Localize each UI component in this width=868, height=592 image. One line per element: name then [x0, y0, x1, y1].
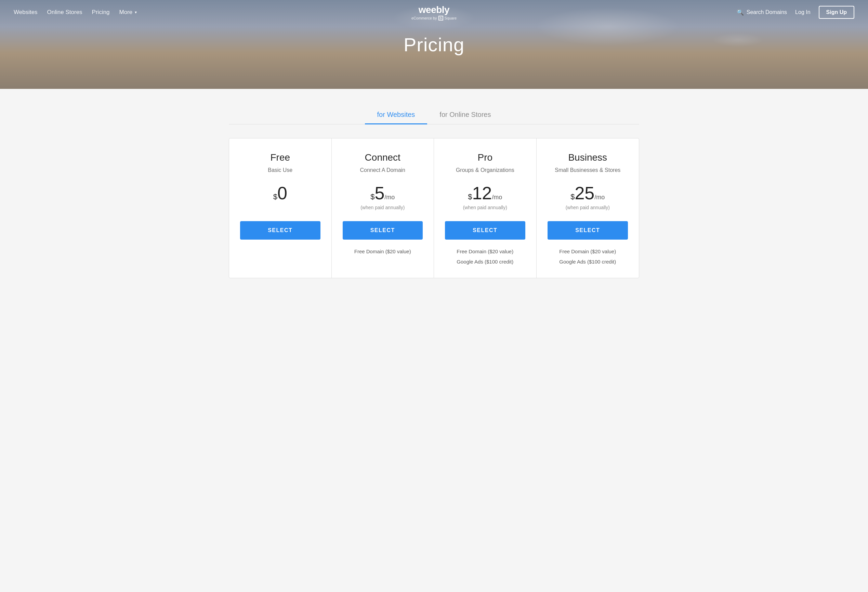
signup-button[interactable]: Sign Up [819, 6, 854, 19]
plan-business-tagline: Small Businesses & Stores [555, 167, 620, 173]
plan-pro-annual: (when paid annually) [463, 205, 507, 210]
plan-business: Business Small Businesses & Stores $ 25 … [537, 138, 639, 278]
nav-link-more[interactable]: More ▾ [120, 9, 137, 16]
plan-business-feature-1: Free Domain ($20 value) [559, 246, 616, 257]
hero-title: Pricing [404, 34, 464, 56]
tab-for-websites[interactable]: for Websites [365, 106, 428, 124]
plan-business-price: $ 25 /mo [570, 184, 605, 202]
plans-grid: Free Basic Use $ 0 SELECT Connect Connec… [229, 138, 639, 278]
plan-connect-feature-1: Free Domain ($20 value) [354, 246, 411, 257]
plan-pro: Pro Groups & Organizations $ 12 /mo (whe… [434, 138, 537, 278]
search-domains-button[interactable]: 🔍 Search Domains [737, 9, 787, 16]
plan-connect-annual: (when paid annually) [360, 205, 404, 210]
plan-connect-price: $ 5 /mo [371, 184, 395, 202]
plan-pro-tagline: Groups & Organizations [456, 167, 514, 173]
plan-pro-feature-2: Google Ads ($100 credit) [456, 257, 513, 267]
search-icon: 🔍 [737, 9, 744, 16]
plan-free-dollar: $ [273, 193, 278, 201]
plan-business-dollar: $ [570, 193, 574, 201]
plan-connect-select[interactable]: SELECT [343, 221, 423, 240]
plan-connect-dollar: $ [371, 193, 375, 201]
square-icon: S [438, 16, 443, 21]
plan-free-price: $ 0 [273, 184, 287, 202]
plan-pro-feature-1: Free Domain ($20 value) [456, 246, 513, 257]
nav-link-online-stores[interactable]: Online Stores [47, 9, 83, 16]
plan-business-name: Business [568, 152, 607, 163]
logo-sub: eCommerce by S Square [412, 16, 456, 21]
plan-business-feature-2: Google Ads ($100 credit) [559, 257, 616, 267]
navigation: Websites Online Stores Pricing More ▾ we… [0, 0, 868, 25]
nav-link-pricing[interactable]: Pricing [92, 9, 110, 16]
tab-for-online-stores[interactable]: for Online Stores [427, 106, 503, 124]
plan-pro-select[interactable]: SELECT [445, 221, 525, 240]
plan-business-select[interactable]: SELECT [548, 221, 628, 240]
plan-free-annual [279, 205, 281, 210]
plan-pro-name: Pro [477, 152, 493, 163]
plan-pro-amount: 12 [472, 184, 492, 202]
plan-free-amount: 0 [278, 184, 287, 202]
plan-pro-price: $ 12 /mo [468, 184, 502, 202]
plan-connect: Connect Connect A Domain $ 5 /mo (when p… [332, 138, 434, 278]
plan-connect-period: /mo [384, 194, 395, 201]
plan-business-amount: 25 [574, 184, 594, 202]
plan-business-period: /mo [594, 194, 605, 201]
plan-pro-dollar: $ [468, 193, 472, 201]
plan-free-name: Free [270, 152, 290, 163]
nav-links: Websites Online Stores Pricing More ▾ [14, 9, 137, 16]
nav-link-websites[interactable]: Websites [14, 9, 38, 16]
plan-free: Free Basic Use $ 0 SELECT [229, 138, 332, 278]
plan-free-select[interactable]: SELECT [240, 221, 320, 240]
plan-free-tagline: Basic Use [268, 167, 292, 173]
logo[interactable]: weebly eCommerce by S Square [412, 4, 456, 21]
plan-pro-period: /mo [492, 194, 502, 201]
pricing-tabs: for Websites for Online Stores [229, 106, 639, 124]
logo-name: weebly [412, 4, 456, 15]
plan-connect-amount: 5 [375, 184, 384, 202]
plan-business-annual: (when paid annually) [566, 205, 610, 210]
plan-connect-name: Connect [365, 152, 400, 163]
chevron-down-icon: ▾ [135, 10, 137, 15]
login-link[interactable]: Log In [795, 9, 810, 15]
nav-actions: 🔍 Search Domains Log In Sign Up [737, 6, 854, 19]
plan-connect-tagline: Connect A Domain [360, 167, 405, 173]
pricing-section: for Websites for Online Stores Free Basi… [0, 89, 868, 278]
